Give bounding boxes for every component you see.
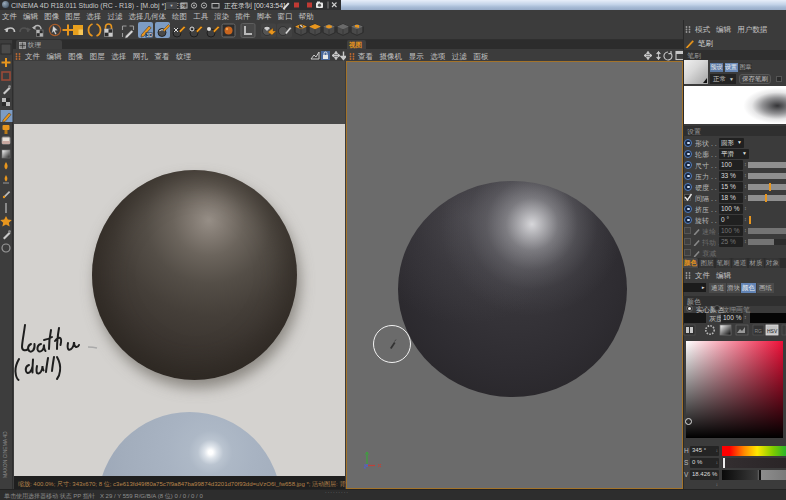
svg-text:HSV: HSV <box>767 328 778 334</box>
svg-text:RG: RG <box>755 328 763 334</box>
svg-text:3D: 3D <box>146 33 153 38</box>
